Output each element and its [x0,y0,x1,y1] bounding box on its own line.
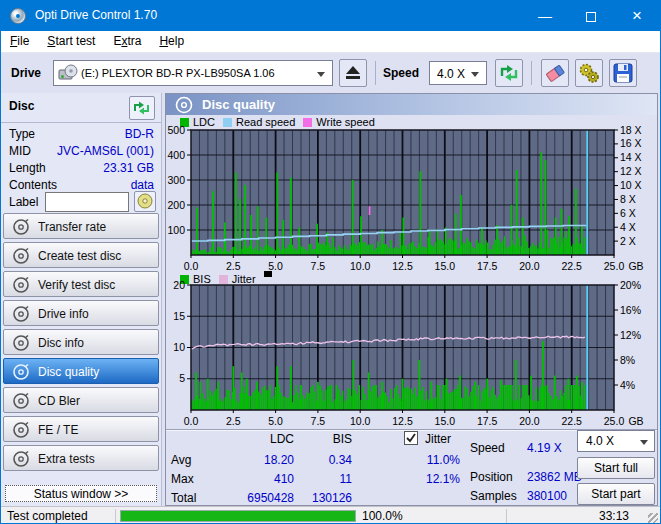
divider [1,122,161,123]
test-speed-value: 4.0 X [586,434,614,448]
close-button[interactable]: × [614,1,660,31]
sidebar-item-label: Disc info [38,336,84,350]
chevron-down-icon [317,72,325,77]
max-ldc: 410 [228,472,294,486]
sidebar-item-label: FE / TE [38,423,78,437]
avg-bis: 0.34 [296,453,352,467]
field-value: JVC-AMS6L (001) [57,144,154,158]
axis-tick-label: 500 [167,126,185,136]
position-stat-label: Position [470,470,513,484]
eject-icon [340,60,366,86]
test-speed-select[interactable]: 4.0 X [577,430,655,452]
disc-icon [12,421,30,439]
sidebar-item-extra-tests[interactable]: Extra tests [3,445,159,471]
disc-refresh-button[interactable] [129,96,155,120]
total-row-label: Total [171,491,196,505]
axis-tick-label: 15.0 [435,260,456,272]
jitter-checkbox[interactable] [404,431,418,445]
maximize-icon [586,12,596,22]
title-bar: Opti Drive Control 1.70 — × [1,1,660,31]
axis-tick-label: 2.5 [226,415,241,427]
eraser-icon [542,60,568,86]
axis-tick-label: 4% [620,379,635,391]
menu-item-start-test[interactable]: Start test [38,31,104,53]
panel-title: Disc quality [202,97,275,112]
axis-tick-label: 8% [620,354,635,366]
field-label: Type [9,127,35,141]
axis-tick-label: 25.0 [604,260,625,272]
sidebar-item-label: Create test disc [38,249,121,263]
refresh-icon [496,60,522,86]
field-label: Contents [9,178,57,192]
axis-tick-label: 10 [173,341,185,353]
toolbar-separator [531,61,532,85]
axis-tick-label: 8 X [620,193,636,205]
axis-tick-label: 17.5 [477,260,498,272]
axis-tick-label: 20.0 [519,415,540,427]
elapsed-time: 33:13 [509,509,629,523]
samples-stat-value: 380100 [527,489,567,503]
axis-tick-label: 5.0 [268,415,283,427]
sidebar-item-fe-te[interactable]: FE / TE [3,416,159,442]
sidebar: Disc TypeBD-RMIDJVC-AMS6L (001)Length23.… [1,93,162,506]
menu-item-help[interactable]: Help [150,31,193,53]
menu-item-file[interactable]: File [1,31,38,53]
disc-quality-panel: Disc quality LDCRead speedWrite speed 10… [165,93,658,506]
axis-tick-label: 12.5 [392,415,413,427]
label-input[interactable] [45,192,129,212]
speed-select-value: 4.0 X [437,67,465,81]
status-bar: Test completed 100.0% 33:13 [1,506,660,524]
sidebar-item-transfer-rate[interactable]: Transfer rate [3,213,159,239]
disc-icon [12,334,30,352]
label-browse-button[interactable] [134,191,156,212]
drive-icon [58,64,78,82]
sidebar-item-drive-info[interactable]: Drive info [3,300,159,326]
axis-tick-label: 7.5 [311,260,326,272]
disc-search-icon [135,192,155,211]
ldc-chart: 1002003004005002 X4 X6 X8 X10 X12 X14 X1… [165,126,661,276]
start-full-button[interactable]: Start full [577,457,655,479]
total-bis: 130126 [296,491,352,505]
divider [506,509,507,523]
sidebar-item-cd-bler[interactable]: CD Bler [3,387,159,413]
axis-tick-label: 22.5 [561,260,582,272]
disc-icon [12,276,30,294]
status-window-button[interactable]: Status window >> [5,485,157,502]
disc-field-length: Length23.31 GB [9,161,154,177]
sidebar-item-disc-info[interactable]: Disc info [3,329,159,355]
axis-tick-label: 10.0 [350,260,371,272]
settings-button[interactable] [575,59,603,87]
eject-button[interactable] [339,59,367,87]
toolbar-separator [375,61,376,85]
sidebar-item-verify-test-disc[interactable]: Verify test disc [3,271,159,297]
sidebar-item-label: Disc quality [38,365,99,379]
sidebar-item-create-test-disc[interactable]: Create test disc [3,242,159,268]
sidebar-item-disc-quality[interactable]: Disc quality [3,358,159,384]
sidebar-item-label: Drive info [38,307,89,321]
axis-unit-label: GB [628,415,643,427]
jitter-label: Jitter [425,432,451,446]
speed-select[interactable]: 4.0 X [429,61,487,85]
save-button[interactable] [609,59,637,87]
start-part-button[interactable]: Start part [577,483,655,505]
refresh-button[interactable] [495,59,523,87]
axis-tick-label: 14 X [620,151,642,163]
resize-grip[interactable] [648,513,658,523]
maximize-button[interactable] [568,1,614,31]
status-text: Test completed [7,509,88,523]
menu-item-extra[interactable]: Extra [104,31,150,53]
speed-stat-label: Speed [470,441,505,455]
erase-disc-button[interactable] [541,59,569,87]
field-value: data [131,178,154,192]
axis-tick-label: 5 [179,372,185,384]
drive-label: Drive [11,66,41,80]
app-disc-icon [10,8,26,24]
minimize-button[interactable]: — [522,1,568,31]
max-row-label: Max [171,472,194,486]
axis-tick-label: 0.0 [184,415,199,427]
drive-select[interactable]: (E:) PLEXTOR BD-R PX-LB950SA 1.06 [53,60,333,86]
avg-ldc: 18.20 [228,453,294,467]
position-stat-value: 23862 MB [527,470,582,484]
sidebar-item-label: CD Bler [38,394,80,408]
axis-tick-label: 18 X [620,126,642,136]
